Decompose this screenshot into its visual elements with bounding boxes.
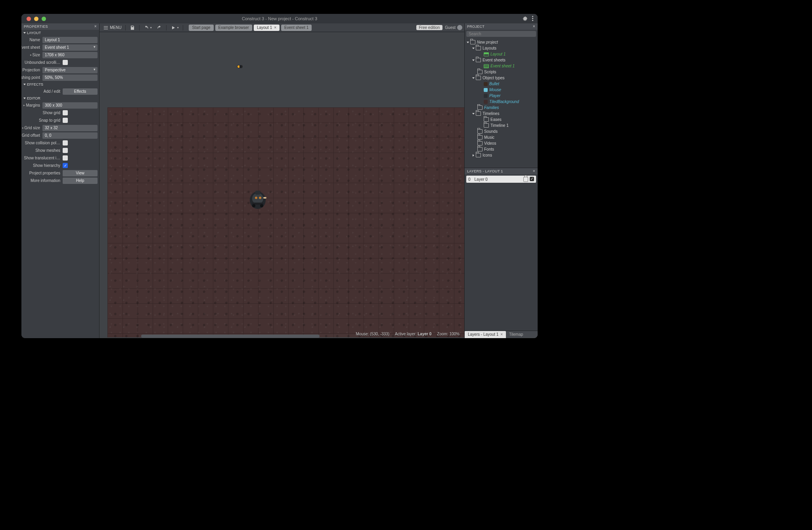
input-layout-name[interactable] <box>42 37 98 43</box>
close-tab-icon[interactable]: × <box>274 25 276 31</box>
undo-button[interactable]: ▾ <box>142 24 153 31</box>
maximize-window-icon[interactable] <box>42 17 46 21</box>
tree-item-families[interactable]: Families <box>465 105 537 111</box>
tree-item-sounds[interactable]: Sounds <box>465 128 537 134</box>
folder-icon <box>477 70 483 74</box>
checkbox-hierarchy[interactable] <box>63 163 68 168</box>
checkbox-meshes[interactable] <box>63 148 68 153</box>
button-view-project[interactable]: View <box>63 170 98 176</box>
select-projection[interactable] <box>42 67 98 73</box>
checkbox-translucent[interactable] <box>63 155 68 161</box>
more-menu-icon[interactable] <box>532 16 534 21</box>
tree-label: Object types <box>483 76 505 80</box>
tree-label: Videos <box>484 141 496 145</box>
app-window: Construct 3 - New project - Construct 3 … <box>21 14 538 338</box>
player-instance[interactable] <box>248 188 267 210</box>
close-window-icon[interactable] <box>27 17 31 21</box>
tree-item-videos[interactable]: Videos <box>465 140 537 146</box>
expand-icon[interactable] <box>473 154 474 157</box>
label-margins: ▸Margins <box>21 103 42 107</box>
tree-item-new-project[interactable]: New project <box>465 39 537 45</box>
tree-item-layout-1[interactable]: Layout 1 <box>465 51 537 57</box>
tiled-background-instance[interactable] <box>107 107 464 337</box>
avatar-icon <box>457 25 462 30</box>
svg-rect-6 <box>263 197 266 199</box>
expand-icon[interactable] <box>472 59 475 61</box>
tree-label: Timelines <box>483 111 499 116</box>
tree-item-timelines[interactable]: Timelines <box>465 111 537 117</box>
input-margins[interactable] <box>42 102 98 109</box>
tree-item-eases[interactable]: Eases <box>465 117 537 122</box>
tree-item-timeline-1[interactable]: Timeline 1 <box>465 122 537 128</box>
group-editor[interactable]: EDITOR <box>21 95 99 101</box>
group-effects[interactable]: EFFECTS <box>21 81 99 88</box>
checkbox-unbounded[interactable] <box>63 60 68 65</box>
tab-event-sheet-1[interactable]: Event sheet 1 <box>281 25 312 31</box>
tree-item-player[interactable]: Player <box>465 93 537 99</box>
group-layout[interactable]: LAYOUT <box>21 30 99 36</box>
layer-index: 0 <box>468 177 471 182</box>
horizontal-scrollbar[interactable] <box>139 334 425 338</box>
tree-item-fonts[interactable]: Fonts <box>465 146 537 152</box>
tab-start-page[interactable]: Start page <box>189 25 213 31</box>
project-panel: PROJECT × Search New projectLayoutsLayou… <box>464 23 538 338</box>
input-vanishing[interactable] <box>42 75 98 81</box>
tree-item-icons[interactable]: Icons <box>465 152 537 158</box>
close-footer-tab-icon[interactable]: × <box>500 332 503 337</box>
label-gridoffset: ▸Grid offset <box>21 133 42 138</box>
tree-item-layouts[interactable]: Layouts <box>465 45 537 51</box>
save-button[interactable] <box>128 24 137 31</box>
input-layout-size[interactable] <box>42 52 98 58</box>
button-help[interactable]: Help <box>63 178 98 184</box>
checkbox-snapgrid[interactable] <box>63 118 68 123</box>
tree-item-event-sheets[interactable]: Event sheets <box>465 57 537 63</box>
footer-tab-layers-layout-1[interactable]: Layers - Layout 1× <box>465 331 506 338</box>
tree-item-tiledbackground[interactable]: TiledBackground <box>465 99 537 105</box>
bullet-instance[interactable] <box>237 65 242 68</box>
project-search[interactable]: Search <box>466 31 536 37</box>
tree-item-mouse[interactable]: Mouse <box>465 87 537 93</box>
svg-point-1 <box>252 193 263 204</box>
checkbox-showgrid[interactable] <box>63 110 68 115</box>
lock-layer-icon[interactable] <box>523 177 528 182</box>
tree-item-bullet[interactable]: Bullet <box>465 81 537 87</box>
checkbox-collision[interactable] <box>63 140 68 145</box>
expand-icon[interactable] <box>472 48 475 49</box>
layout-icon <box>484 52 489 56</box>
layer-visible-checkbox[interactable]: ✓ <box>530 177 534 181</box>
free-edition-badge[interactable]: Free edition <box>416 25 443 30</box>
expand-icon[interactable] <box>472 113 475 115</box>
extensions-icon[interactable] <box>523 16 528 21</box>
tab-example-browser[interactable]: Example browser <box>215 25 252 31</box>
input-gridoffset[interactable] <box>42 132 98 139</box>
minimize-window-icon[interactable] <box>34 17 38 21</box>
folder-icon <box>477 105 483 110</box>
tree-item-object-types[interactable]: Object types <box>465 75 537 81</box>
layers-title: LAYERS - LAYOUT 1 <box>467 168 503 174</box>
input-gridsize[interactable] <box>42 125 98 131</box>
close-project-icon[interactable]: × <box>533 23 535 30</box>
expand-icon[interactable] <box>467 42 469 43</box>
redo-button[interactable] <box>155 24 164 31</box>
folder-icon <box>477 147 483 151</box>
menu-button[interactable]: MENU <box>102 24 123 31</box>
play-button[interactable]: ▾ <box>169 24 180 31</box>
project-title: PROJECT <box>467 23 485 30</box>
tree-item-music[interactable]: Music <box>465 134 537 140</box>
footer-tab-tilemap[interactable]: Tilemap <box>506 331 526 338</box>
close-properties-icon[interactable]: × <box>94 23 97 30</box>
tab-layout-1[interactable]: Layout 1× <box>254 25 280 31</box>
select-event-sheet[interactable] <box>42 44 98 51</box>
tree-item-event-sheet-1[interactable]: Event sheet 1 <box>465 63 537 69</box>
tree-item-scripts[interactable]: Scripts <box>465 69 537 75</box>
expand-icon[interactable] <box>472 77 475 79</box>
close-layers-icon[interactable]: × <box>533 168 535 174</box>
account-menu[interactable]: Guest <box>445 25 462 30</box>
button-effects[interactable]: Effects <box>63 88 98 95</box>
layer-row[interactable]: 0 Layer 0 ✓ <box>466 176 536 183</box>
layers-footer-tabs: Layers - Layout 1×Tilemap <box>465 331 538 338</box>
label-showgrid: Show grid <box>21 111 63 115</box>
status-zoom: Zoom: 100% <box>437 332 460 336</box>
layout-canvas[interactable]: Mouse: (530, -333) Active layer: Layer 0… <box>100 32 464 338</box>
svg-point-3 <box>255 197 257 199</box>
